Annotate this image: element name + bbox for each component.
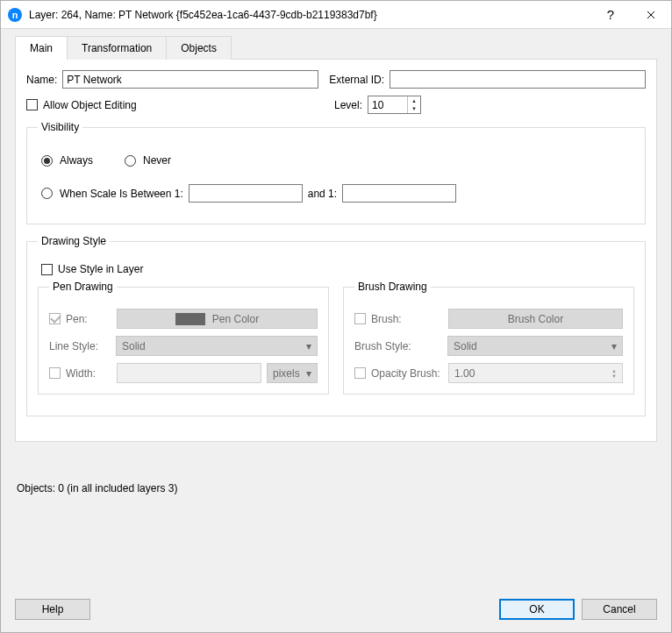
dialog-body: Main Transformation Objects Name: Extern… — [1, 29, 671, 632]
drawing-style-legend: Drawing Style — [38, 235, 110, 247]
pen-label: Pen: — [66, 313, 111, 325]
tab-bar: Main Transformation Objects — [15, 36, 657, 60]
chevron-up-icon[interactable]: ▲ — [408, 96, 420, 105]
brush-label: Brush: — [371, 313, 443, 325]
line-style-value: Solid — [122, 340, 146, 352]
level-spinner[interactable]: ▲ ▼ — [368, 96, 421, 114]
pen-checkbox — [49, 313, 61, 324]
line-style-label: Line Style: — [49, 340, 111, 352]
width-unit-value: pixels — [273, 367, 300, 380]
brush-drawing-legend: Brush Drawing — [354, 281, 431, 293]
external-id-label: External ID: — [329, 74, 384, 86]
allow-object-editing-checkbox[interactable] — [26, 99, 38, 110]
brush-style-value: Solid — [454, 340, 477, 352]
tab-transformation[interactable]: Transformation — [67, 36, 167, 60]
app-icon: n — [8, 8, 22, 22]
visibility-group: Visibility Always Never When Scale Is Be… — [26, 121, 646, 224]
tab-objects[interactable]: Objects — [166, 36, 232, 60]
brush-color-button: Brush Color — [448, 309, 623, 329]
level-label: Level: — [334, 99, 362, 111]
pen-color-label: Pen Color — [212, 313, 259, 325]
help-icon[interactable]: ? — [590, 1, 631, 28]
visibility-never-label: Never — [143, 154, 171, 167]
dialog-window: n Layer: 264, Name: PT Network {f5c452ea… — [0, 0, 672, 633]
radio-icon — [125, 155, 136, 167]
chevron-down-icon: ▼ — [611, 373, 617, 379]
visibility-legend: Visibility — [38, 121, 82, 133]
allow-object-editing-label: Allow Object Editing — [43, 99, 137, 111]
line-style-combo: Solid ▾ — [116, 336, 318, 356]
visibility-never-radio[interactable]: Never — [125, 154, 171, 167]
titlebar: n Layer: 264, Name: PT Network {f5c452ea… — [1, 1, 671, 29]
window-title: Layer: 264, Name: PT Network {f5c452ea-1… — [29, 9, 590, 21]
width-checkbox — [49, 367, 61, 379]
pen-color-button: Pen Color — [117, 309, 318, 329]
level-spinner-arrows[interactable]: ▲ ▼ — [407, 96, 420, 113]
scale-to-input[interactable] — [342, 184, 456, 203]
radio-icon — [41, 188, 53, 199]
visibility-always-radio[interactable]: Always — [41, 154, 93, 167]
chevron-down-icon[interactable]: ▼ — [408, 105, 420, 114]
opacity-value: 1.00 — [454, 367, 475, 380]
brush-checkbox — [354, 313, 366, 324]
level-value[interactable] — [368, 96, 407, 113]
pen-drawing-group: Pen Drawing Pen: Pen Color Line Style: — [38, 281, 329, 395]
close-icon[interactable] — [631, 1, 671, 28]
width-unit-combo: pixels ▾ — [267, 363, 318, 383]
visibility-always-label: Always — [60, 154, 93, 167]
name-label: Name: — [26, 74, 57, 86]
chevron-down-icon: ▾ — [306, 367, 311, 380]
width-label: Width: — [66, 367, 111, 380]
use-style-checkbox[interactable] — [41, 264, 53, 275]
opacity-label: Opacity Brush: — [371, 367, 443, 380]
drawing-style-group: Drawing Style Use Style in Layer Pen Dra… — [26, 235, 646, 416]
button-bar: Help OK Cancel — [15, 590, 657, 632]
brush-color-label: Brush Color — [508, 313, 563, 325]
brush-drawing-group: Brush Drawing Brush: Brush Color Brush S… — [343, 281, 634, 395]
chevron-down-icon: ▾ — [611, 340, 617, 352]
radio-icon — [41, 155, 53, 167]
brush-style-combo: Solid ▾ — [447, 336, 623, 356]
pen-color-swatch — [175, 313, 205, 325]
external-id-input[interactable] — [390, 70, 646, 89]
tab-panel-main: Name: External ID: Allow Object Editing … — [15, 59, 657, 442]
help-button[interactable]: Help — [15, 599, 90, 620]
tab-main[interactable]: Main — [15, 36, 68, 60]
objects-status: Objects: 0 (in all included layers 3) — [17, 482, 657, 494]
opacity-spinner: 1.00 ▲ ▼ — [448, 363, 623, 383]
ok-button[interactable]: OK — [499, 599, 575, 620]
use-style-label: Use Style in Layer — [58, 263, 143, 275]
pen-drawing-legend: Pen Drawing — [49, 281, 117, 293]
visibility-scale-radio[interactable]: When Scale Is Between 1: — [41, 188, 183, 200]
chevron-down-icon: ▾ — [306, 340, 311, 352]
brush-style-label: Brush Style: — [354, 340, 442, 352]
width-input — [117, 363, 261, 383]
visibility-scale-label: When Scale Is Between 1: — [60, 188, 183, 200]
cancel-button[interactable]: Cancel — [582, 599, 657, 620]
name-input[interactable] — [62, 70, 318, 89]
scale-from-input[interactable] — [189, 184, 303, 203]
opacity-checkbox — [354, 367, 366, 379]
scale-and-label: and 1: — [308, 188, 337, 200]
